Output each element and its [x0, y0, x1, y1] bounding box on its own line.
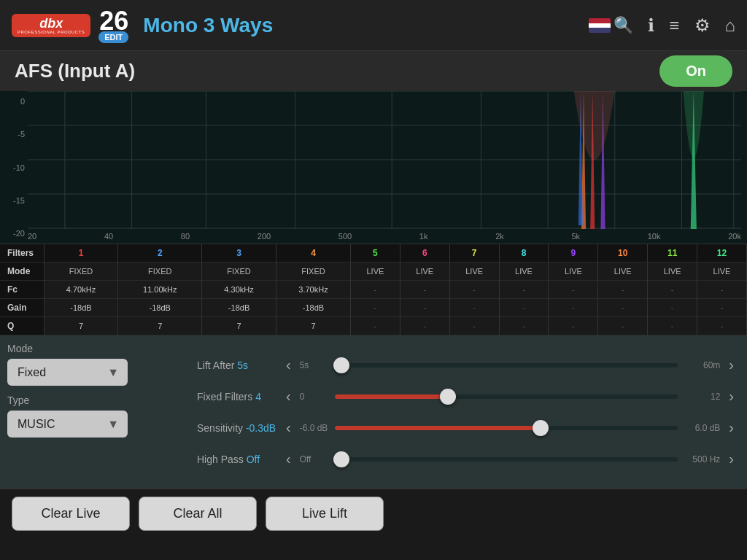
filter-10-q: - — [598, 317, 648, 335]
header-icons: 🔍 ℹ ≡ ⚙ ⌂ — [589, 15, 735, 36]
mode-row: Mode FIXED FIXED FIXED FIXED LIVE LIVE L… — [0, 262, 747, 281]
filter-5-q: - — [350, 317, 400, 335]
filter-num-12: 12 — [697, 244, 747, 262]
dbx-logo: dbx PROFESSIONAL PRODUCTS — [12, 14, 90, 37]
high-pass-max: 500 Hz — [684, 454, 720, 464]
y-label-15: -15 — [3, 196, 25, 205]
info-icon[interactable]: ℹ — [648, 15, 654, 36]
settings-icon[interactable]: ⚙ — [694, 15, 711, 36]
sensitivity-fill — [335, 426, 541, 430]
flag-search-icon[interactable]: 🔍 — [589, 16, 633, 35]
home-icon[interactable]: ⌂ — [725, 15, 736, 36]
high-pass-inc[interactable]: › — [726, 451, 737, 467]
filter-num-9: 9 — [549, 244, 598, 262]
type-dropdown-wrapper: MUSIC SPEECH ▼ — [7, 411, 128, 438]
x-label-2k: 2k — [495, 232, 504, 241]
device-number: 26 — [99, 8, 128, 34]
filter-table-container: Filters 1 2 3 4 5 6 7 8 9 10 11 12 Mode … — [0, 244, 747, 335]
fixed-filters-track[interactable] — [335, 394, 678, 399]
mode-dropdown[interactable]: Fixed Live — [7, 359, 128, 386]
lift-after-thumb[interactable] — [333, 357, 349, 373]
x-label-40: 40 — [104, 232, 113, 241]
filter-num-4: 4 — [276, 244, 351, 262]
sensitivity-track[interactable] — [335, 426, 678, 430]
filter-5-gain: - — [350, 299, 400, 317]
filter-11-mode: LIVE — [648, 262, 697, 281]
filter-num-7: 7 — [449, 244, 499, 262]
filter-3-fc: 4.30kHz — [202, 281, 276, 299]
high-pass-dec[interactable]: ‹ — [283, 451, 294, 467]
filter-num-10: 10 — [598, 244, 648, 262]
filter-8-gain: - — [499, 299, 549, 317]
filter-num-5: 5 — [350, 244, 400, 262]
filters-header: Filters — [0, 244, 44, 262]
menu-icon[interactable]: ≡ — [669, 15, 679, 36]
sensitivity-thumb[interactable] — [533, 420, 549, 436]
filter-12-mode: LIVE — [697, 262, 747, 281]
flag-icon — [589, 18, 611, 33]
filter-2-mode: FIXED — [118, 262, 202, 281]
high-pass-label: High Pass Off — [197, 454, 277, 465]
x-label-20k: 20k — [728, 232, 741, 241]
lift-after-min: 5s — [300, 360, 329, 370]
filter-9-fc: - — [549, 281, 598, 299]
search-icon: 🔍 — [614, 16, 633, 35]
filter-num-3: 3 — [202, 244, 276, 262]
fixed-filters-inc[interactable]: › — [726, 388, 737, 405]
x-label-5k: 5k — [571, 232, 580, 241]
gain-row: Gain -18dB -18dB -18dB -18dB - - - - - -… — [0, 299, 747, 317]
lift-after-value: 5s — [237, 359, 248, 371]
mode-control-group: Mode Fixed Live ▼ — [7, 343, 182, 386]
fixed-filters-thumb[interactable] — [440, 389, 456, 405]
filter-6-fc: - — [400, 281, 449, 299]
filter-num-8: 8 — [499, 244, 549, 262]
filter-10-fc: - — [598, 281, 648, 299]
mode-dropdown-wrapper: Fixed Live ▼ — [7, 359, 128, 386]
sensitivity-inc[interactable]: › — [726, 419, 737, 436]
filter-1-gain: -18dB — [44, 299, 118, 317]
filter-12-q: - — [697, 317, 747, 335]
edit-badge: EDIT — [98, 31, 128, 43]
fixed-filters-max: 12 — [684, 392, 720, 402]
fixed-filters-dec[interactable]: ‹ — [283, 388, 294, 405]
sensitivity-dec[interactable]: ‹ — [283, 419, 294, 436]
fixed-filters-label: Fixed Filters 4 — [197, 391, 277, 402]
filter-3-q: 7 — [202, 317, 276, 335]
controls-section: Mode Fixed Live ▼ Type MUSIC SPEECH ▼ — [0, 335, 747, 489]
filter-num-1: 1 — [44, 244, 118, 262]
clear-live-button[interactable]: Clear Live — [12, 497, 130, 531]
live-lift-button[interactable]: Live Lift — [266, 497, 384, 531]
filter-7-gain: - — [449, 299, 499, 317]
eq-svg — [28, 91, 741, 229]
high-pass-thumb[interactable] — [333, 451, 349, 467]
fixed-filters-fill — [335, 394, 448, 399]
high-pass-min: Off — [300, 454, 329, 464]
filter-3-mode: FIXED — [202, 262, 276, 281]
x-label-80: 80 — [181, 232, 190, 241]
type-dropdown[interactable]: MUSIC SPEECH — [7, 411, 128, 438]
filter-table: Filters 1 2 3 4 5 6 7 8 9 10 11 12 Mode … — [0, 244, 747, 335]
lift-after-inc[interactable]: › — [726, 357, 737, 373]
x-label-1k: 1k — [419, 232, 428, 241]
lift-after-dec[interactable]: ‹ — [283, 357, 294, 373]
clear-all-button[interactable]: Clear All — [139, 497, 257, 531]
fixed-filters-value: 4 — [255, 391, 261, 402]
sensitivity-min: -6.0 dB — [300, 423, 329, 433]
filter-5-fc: - — [350, 281, 400, 299]
filter-3-gain: -18dB — [202, 299, 276, 317]
gain-row-label: Gain — [0, 299, 44, 317]
filter-12-fc: - — [697, 281, 747, 299]
filter-5-mode: LIVE — [350, 262, 400, 281]
filter-6-mode: LIVE — [400, 262, 449, 281]
on-button[interactable]: On — [659, 55, 732, 87]
lift-after-track[interactable] — [335, 363, 678, 368]
filter-6-gain: - — [400, 299, 449, 317]
x-label-200: 200 — [258, 232, 271, 241]
dbx-logo-text: dbx — [39, 17, 63, 30]
filter-4-gain: -18dB — [276, 299, 351, 317]
filter-9-gain: - — [549, 299, 598, 317]
high-pass-track[interactable] — [335, 457, 678, 462]
fc-row-label: Fc — [0, 281, 44, 299]
filter-8-mode: LIVE — [499, 262, 549, 281]
filter-1-mode: FIXED — [44, 262, 118, 281]
